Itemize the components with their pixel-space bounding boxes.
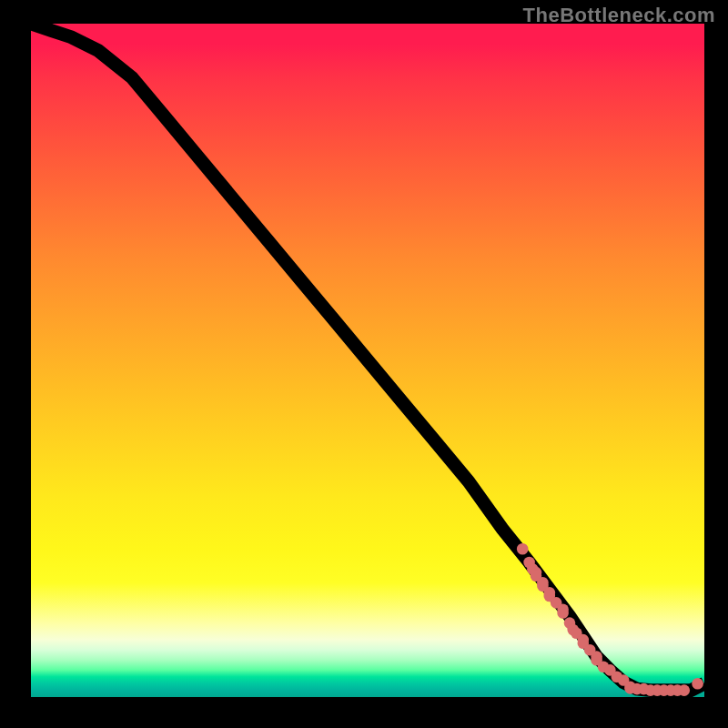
curve-line [31,24,704,691]
data-points [517,543,703,696]
chart-container: TheBottleneck.com [0,0,728,728]
data-point [517,543,529,555]
y-axis [27,24,31,701]
watermark-label: TheBottleneck.com [523,4,715,27]
data-point [692,678,703,690]
plot-area [31,24,704,697]
data-point [679,684,691,696]
chart-svg [31,24,704,697]
x-axis [31,697,704,701]
data-point [557,607,569,619]
